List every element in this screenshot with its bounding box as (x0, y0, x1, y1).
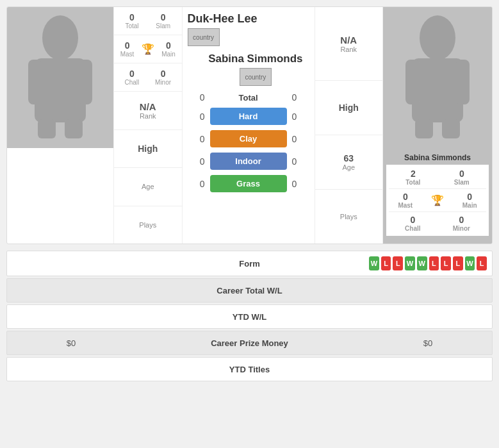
left-high-cell: High (114, 130, 181, 169)
left-silhouette (22, 13, 99, 142)
left-plays-cell: Plays (114, 206, 181, 244)
hard-button[interactable]: Hard (210, 108, 287, 125)
left-trophy-icon: 🏆 (142, 43, 154, 55)
right-plays-cell: Plays (315, 190, 382, 244)
right-player-header: Sabina Simmonds country (208, 53, 302, 86)
form-badge-l: L (453, 256, 463, 270)
left-slam: 0 Slam (156, 12, 170, 29)
svg-rect-5 (65, 119, 83, 138)
right-silhouette (399, 13, 476, 142)
right-player-name-section: Sabina Simmonds 2 Total 0 Slam (383, 148, 492, 244)
right-rank-cell: N/A Rank (315, 7, 382, 81)
total-label: Total (210, 93, 287, 103)
right-chall-minor: 0 Chall 0 Minor (389, 215, 486, 232)
prize-right: $0 (364, 333, 492, 353)
ytd-titles-left (7, 364, 135, 374)
left-country-flag: country (188, 28, 220, 46)
right-slam: 0 Slam (454, 169, 470, 186)
form-left-empty (7, 258, 135, 269)
right-chall: 0 Chall (405, 215, 420, 232)
svg-rect-2 (28, 60, 42, 104)
comparison-section: Duk-Hee Lee 0 Total 0 Slam 0 Mast 🏆 (6, 6, 493, 244)
left-player-header: Duk-Hee Lee country (188, 12, 258, 46)
left-player-photo (7, 7, 113, 148)
left-rank-cell: N/A Rank (114, 92, 181, 130)
right-total-slam: 2 Total 0 Slam (389, 169, 486, 189)
career-wl-row: Career Total W/L (6, 278, 493, 303)
form-badge-w: W (405, 256, 415, 270)
svg-rect-3 (78, 60, 92, 104)
right-bottom-stats: 2 Total 0 Slam 0 Mast 🏆 (386, 165, 489, 236)
ytd-wl-left (7, 311, 135, 322)
svg-rect-4 (38, 119, 56, 138)
left-stats-panel: 0 Total 0 Slam 0 Mast 🏆 0 Main (113, 7, 182, 244)
svg-rect-8 (405, 60, 420, 104)
right-player-photo (383, 7, 492, 148)
right-age-cell: 63 Age (315, 135, 382, 190)
left-chall-minor: 0 Chall 0 Minor (114, 63, 181, 92)
ytd-titles-row: YTD Titles (6, 357, 493, 381)
ytd-wl-row: YTD W/L (6, 304, 493, 329)
left-total-slam: 0 Total 0 Slam (114, 7, 181, 35)
clay-row: 0 Clay 0 (188, 130, 309, 147)
indoor-row: 0 Indoor 0 (188, 153, 309, 170)
right-player-block: Sabina Simmonds 2 Total 0 Slam (383, 7, 492, 244)
left-age-cell: Age (114, 168, 181, 206)
ytd-titles-right (364, 364, 492, 374)
form-badge-w: W (369, 256, 379, 270)
bottom-section: Form WLLWWLLLWL Career Total W/L YTD W/L… (6, 251, 493, 381)
ytd-titles-label: YTD Titles (135, 365, 364, 374)
total-row: 0 Total 0 (188, 92, 309, 103)
left-main: 0 Main (161, 40, 176, 58)
prize-row: $0 Career Prize Money $0 (6, 331, 493, 355)
career-wl-right (364, 285, 492, 295)
career-wl-label: Career Total W/L (135, 286, 364, 295)
right-stats-panel: N/A Rank High 63 Age Plays (315, 7, 383, 244)
right-trophy-icon: 🏆 (431, 194, 444, 206)
form-badge-l: L (381, 256, 391, 270)
prize-label: Career Prize Money (135, 338, 364, 348)
form-badges: WLLWWLLLWL (369, 256, 487, 270)
clay-button[interactable]: Clay (210, 130, 287, 147)
left-chall: 0 Chall (124, 69, 139, 86)
form-badge-l: L (393, 256, 403, 270)
left-mast: 0 Mast (120, 40, 135, 58)
svg-rect-11 (442, 119, 460, 138)
main-container: Duk-Hee Lee 0 Total 0 Slam 0 Mast 🏆 (0, 6, 499, 381)
grass-row: 0 Grass 0 (188, 175, 309, 192)
right-mast-main: 0 Mast 🏆 0 Main (389, 192, 486, 212)
right-total: 2 Total (405, 169, 420, 186)
form-badges-container: WLLWWLLLWL (364, 251, 492, 276)
left-minor: 0 Minor (155, 69, 171, 86)
ytd-wl-right (364, 311, 492, 322)
form-badge-l: L (429, 256, 439, 270)
right-mast: 0 Mast (398, 192, 413, 209)
form-badge-l: L (477, 256, 487, 270)
form-label: Form (135, 259, 364, 269)
prize-left: $0 (7, 333, 135, 353)
svg-rect-10 (415, 119, 433, 138)
hard-row: 0 Hard 0 (188, 108, 309, 125)
form-badge-w: W (417, 256, 427, 270)
form-badge-l: L (441, 256, 451, 270)
right-high-cell: High (315, 81, 382, 135)
svg-rect-9 (455, 60, 470, 104)
indoor-button[interactable]: Indoor (210, 153, 287, 170)
right-main: 0 Main (462, 192, 477, 209)
right-country-flag: country (240, 68, 272, 86)
ytd-wl-label: YTD W/L (135, 312, 364, 322)
career-wl-left (7, 285, 135, 295)
right-minor: 0 Minor (453, 215, 470, 232)
left-mast-main: 0 Mast 🏆 0 Main (114, 35, 181, 63)
svg-point-0 (42, 15, 78, 60)
center-section: Duk-Hee Lee country Sabina Simmonds coun… (183, 7, 315, 244)
svg-point-6 (420, 15, 455, 60)
form-badge-w: W (465, 256, 475, 270)
grass-button[interactable]: Grass (210, 175, 287, 192)
form-row: Form WLLWWLLLWL (6, 251, 493, 276)
left-total: 0 Total (125, 12, 138, 29)
